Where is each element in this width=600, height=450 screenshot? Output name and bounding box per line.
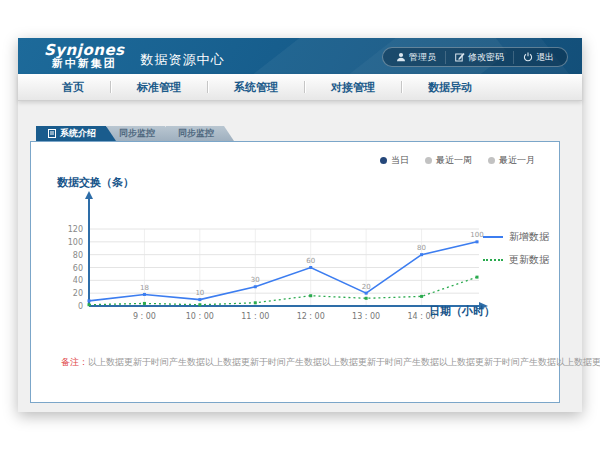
radio-option-1[interactable]: 当日 [380,154,409,167]
svg-text:9 : 00: 9 : 00 [133,312,156,321]
nav-item-5[interactable]: 数据异动 [402,80,498,95]
radio-label: 最近一月 [499,154,535,167]
svg-text:100: 100 [470,231,483,239]
change-password-label: 修改密码 [468,51,504,64]
svg-text:60: 60 [306,257,315,265]
edit-icon [455,52,465,62]
legend-item-2[interactable]: 更新数据 [483,253,549,267]
svg-text:20: 20 [362,283,371,291]
legend-item-1[interactable]: 新增数据 [483,230,549,244]
tab-bar: 系统介绍同步监控同步监控 [36,126,225,141]
radio-option-2[interactable]: 最近一周 [425,154,472,167]
svg-text:18: 18 [140,284,149,292]
radio-label: 最近一周 [436,154,472,167]
svg-text:120: 120 [68,225,83,234]
tab-2[interactable]: 同步监控 [107,126,175,141]
svg-text:100: 100 [68,238,83,247]
svg-text:30: 30 [251,276,260,284]
svg-text:13 : 00: 13 : 00 [352,312,380,321]
brand-logo-text: Synjones [44,42,125,59]
page: Synjones 新中新集团 数据资源中心 管理员 修改 [0,0,600,450]
svg-text:80: 80 [73,251,83,260]
user-toolbar: 管理员 修改密码 退出 [382,47,568,67]
main-nav: 首页标准管理系统管理对接管理数据异动 [18,74,582,101]
logout-button[interactable]: 退出 [513,51,563,64]
footnote: 备注：以上数据更新于时间产生数据以上数据更新于时间产生数据以上数据更新于时间产生… [61,356,600,369]
chart-legend: 新增数据更新数据 [483,230,549,267]
person-icon [396,52,406,62]
radio-label: 当日 [391,154,409,167]
user-menu[interactable]: 管理员 [387,51,445,64]
svg-text:40: 40 [73,276,83,285]
radio-unselected-icon [425,157,432,164]
radio-selected-icon [380,157,387,164]
app-window: Synjones 新中新集团 数据资源中心 管理员 修改 [18,38,582,412]
solid-line-icon [483,236,503,238]
tab-3[interactable]: 同步监控 [166,126,234,141]
brand-logo: Synjones 新中新集团 [44,42,125,71]
power-icon [523,52,533,62]
tab-label: 系统介绍 [60,127,96,140]
tab-label: 同步监控 [119,127,155,140]
time-range-filter: 当日最近一周最近一月 [380,154,535,167]
logout-label: 退出 [536,51,554,64]
legend-label: 更新数据 [509,253,549,267]
app-header: Synjones 新中新集团 数据资源中心 管理员 修改 [18,38,582,74]
document-icon [48,129,56,138]
svg-text:20: 20 [73,289,83,298]
nav-item-4[interactable]: 对接管理 [305,80,401,95]
svg-text:10 : 00: 10 : 00 [186,312,214,321]
dotted-line-icon [483,259,503,261]
radio-option-3[interactable]: 最近一月 [488,154,535,167]
footnote-label: 备注： [61,357,88,367]
page-title: 数据资源中心 [141,44,225,69]
content-panel: 当日最近一周最近一月 数据交换（条） 0204060801001209 : 00… [30,141,560,403]
svg-text:80: 80 [417,244,426,252]
tab-label: 同步监控 [178,127,214,140]
footnote-text: 以上数据更新于时间产生数据以上数据更新于时间产生数据以上数据更新于时间产生数据以… [88,357,600,367]
svg-text:10: 10 [195,289,204,297]
radio-unselected-icon [488,157,495,164]
brand-logo-subtext: 新中新集团 [44,58,125,70]
nav-item-2[interactable]: 标准管理 [111,80,207,95]
legend-label: 新增数据 [509,230,549,244]
svg-text:60: 60 [73,264,83,273]
tab-active[interactable]: 系统介绍 [36,126,116,141]
svg-text:12 : 00: 12 : 00 [297,312,325,321]
nav-item-1[interactable]: 首页 [36,80,110,95]
svg-text:0: 0 [78,302,83,311]
chart-x-axis-title: 日期（小时） [429,304,495,319]
change-password-button[interactable]: 修改密码 [445,51,513,64]
nav-item-3[interactable]: 系统管理 [208,80,304,95]
svg-text:11 : 00: 11 : 00 [241,312,269,321]
user-name: 管理员 [409,51,436,64]
